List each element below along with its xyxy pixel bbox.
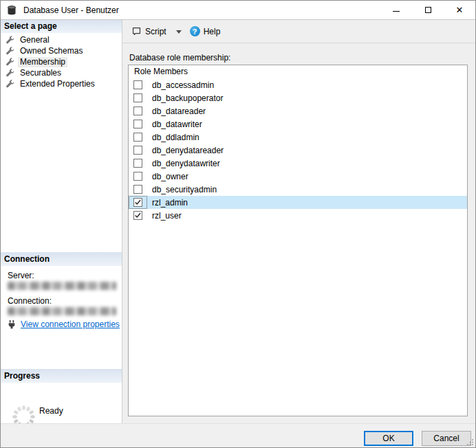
resize-grip[interactable] bbox=[466, 438, 474, 446]
role-member-row[interactable]: db_denydatawriter bbox=[129, 157, 467, 170]
checkbox-cell bbox=[129, 183, 147, 196]
close-icon: ✕ bbox=[456, 5, 464, 14]
role-member-row[interactable]: db_ddladmin bbox=[129, 131, 467, 144]
help-icon: ? bbox=[190, 26, 200, 36]
connection-header: Connection bbox=[1, 252, 122, 266]
minimize-icon bbox=[393, 11, 400, 12]
role-checkbox[interactable] bbox=[133, 133, 142, 142]
sidebar-page-label: Securables bbox=[18, 68, 63, 78]
help-button[interactable]: ? Help bbox=[186, 23, 224, 39]
role-member-row[interactable]: db_datawriter bbox=[129, 117, 467, 131]
sidebar-page-item[interactable]: Owned Schemas bbox=[1, 45, 122, 56]
checkmark-icon bbox=[134, 212, 142, 219]
close-button[interactable]: ✕ bbox=[444, 1, 475, 19]
maximize-button[interactable] bbox=[412, 1, 444, 19]
wrench-icon bbox=[6, 58, 14, 67]
script-icon bbox=[131, 26, 142, 36]
checkbox-cell bbox=[129, 144, 147, 157]
script-label: Script bbox=[145, 27, 166, 36]
view-connection-properties-link[interactable]: View connection properties bbox=[21, 320, 120, 329]
role-checkbox[interactable] bbox=[133, 172, 142, 181]
role-member-label: db_securityadmin bbox=[152, 185, 217, 194]
role-member-label: rzl_admin bbox=[152, 198, 188, 208]
wrench-icon bbox=[6, 80, 14, 89]
role-checkbox[interactable] bbox=[133, 93, 142, 102]
sidebar-page-label: Extended Properties bbox=[18, 79, 97, 89]
checkbox-cell bbox=[129, 131, 147, 144]
role-member-row[interactable]: db_securityadmin bbox=[129, 183, 467, 196]
window-controls: ✕ bbox=[380, 1, 475, 19]
plug-icon bbox=[7, 320, 17, 329]
role-member-label: rzl_user bbox=[152, 211, 182, 221]
progress-header: Progress bbox=[1, 369, 122, 383]
role-checkbox[interactable] bbox=[133, 107, 142, 115]
minimize-button[interactable] bbox=[380, 1, 412, 19]
role-member-label: db_accessadmin bbox=[152, 80, 214, 90]
sidebar-page-item[interactable]: General bbox=[1, 34, 122, 45]
connection-value-redacted bbox=[8, 307, 116, 315]
connection-label: Connection: bbox=[8, 296, 52, 306]
sidebar-pages: General Owned Schemas Membership Secur bbox=[1, 34, 122, 89]
titlebar: Database User - Benutzer ✕ bbox=[1, 1, 475, 20]
role-checkbox[interactable] bbox=[133, 120, 142, 128]
checkbox-cell bbox=[129, 170, 147, 183]
checkmark-icon bbox=[134, 199, 142, 206]
toolbar: Script ? Help bbox=[122, 20, 475, 43]
role-member-row[interactable]: db_backupoperator bbox=[129, 91, 467, 104]
role-member-row[interactable]: db_denydatareader bbox=[129, 144, 467, 157]
role-member-row[interactable]: db_datareader bbox=[129, 104, 467, 117]
wrench-icon bbox=[6, 47, 14, 56]
role-checkbox[interactable] bbox=[133, 80, 142, 89]
checkbox-cell bbox=[129, 91, 147, 104]
checkbox-cell bbox=[129, 104, 147, 117]
help-label: Help bbox=[204, 27, 221, 36]
sidebar-page-item[interactable]: Extended Properties bbox=[1, 78, 122, 89]
database-icon bbox=[6, 5, 17, 16]
checkbox-cell bbox=[129, 117, 147, 131]
window-title: Database User - Benutzer bbox=[23, 5, 119, 15]
sidebar-page-label: Owned Schemas bbox=[18, 46, 85, 56]
role-member-label: db_backupoperator bbox=[152, 93, 223, 103]
server-value-redacted bbox=[8, 282, 116, 290]
connection-section: Server: Connection: View connection prop… bbox=[1, 267, 122, 369]
select-a-page-header: Select a page bbox=[1, 20, 122, 33]
role-members-list[interactable]: Role Members db_accessadmin db_ba bbox=[128, 65, 468, 416]
view-connection-properties-row: View connection properties bbox=[7, 320, 120, 329]
role-member-label: db_datawriter bbox=[152, 120, 202, 129]
role-member-label: db_denydatareader bbox=[152, 146, 224, 155]
role-member-row[interactable]: db_owner bbox=[129, 170, 467, 183]
role-checkbox[interactable] bbox=[133, 198, 142, 207]
dialog-window: Database User - Benutzer ✕ Select a page… bbox=[0, 0, 476, 448]
server-label: Server: bbox=[8, 271, 34, 280]
checkbox-cell bbox=[129, 209, 147, 222]
role-member-label: db_owner bbox=[152, 172, 188, 181]
role-member-label: db_ddladmin bbox=[152, 133, 199, 142]
sidebar: Select a page General Owned Schemas bbox=[1, 20, 122, 423]
role-checkbox[interactable] bbox=[133, 146, 142, 155]
script-button[interactable]: Script bbox=[128, 23, 170, 39]
role-checkbox[interactable] bbox=[133, 211, 142, 220]
checkbox-cell bbox=[129, 196, 147, 209]
list-column-header: Role Members bbox=[129, 65, 467, 78]
role-member-row[interactable]: rzl_admin bbox=[129, 196, 467, 209]
chevron-down-icon bbox=[176, 30, 182, 36]
script-dropdown-button[interactable] bbox=[171, 24, 185, 39]
sidebar-page-label: General bbox=[18, 35, 52, 45]
maximize-icon bbox=[425, 7, 431, 13]
role-checkbox[interactable] bbox=[133, 185, 142, 194]
ok-button[interactable]: OK bbox=[364, 431, 413, 446]
sidebar-page-item[interactable]: Membership bbox=[1, 56, 122, 67]
checkbox-cell bbox=[129, 157, 147, 170]
role-member-label: db_denydatawriter bbox=[152, 159, 220, 168]
sidebar-page-item[interactable]: Securables bbox=[1, 67, 122, 78]
sidebar-page-label: Membership bbox=[18, 57, 67, 67]
role-member-label: db_datareader bbox=[152, 107, 206, 116]
wrench-icon bbox=[6, 36, 14, 45]
role-member-row[interactable]: rzl_user bbox=[129, 209, 467, 222]
cancel-button[interactable]: Cancel bbox=[422, 431, 471, 446]
main-panel: Script ? Help Database role membership: … bbox=[122, 20, 475, 423]
role-member-row[interactable]: db_accessadmin bbox=[129, 78, 467, 91]
checkbox-cell bbox=[129, 78, 147, 91]
progress-status: Ready bbox=[39, 406, 63, 416]
role-checkbox[interactable] bbox=[133, 159, 142, 168]
